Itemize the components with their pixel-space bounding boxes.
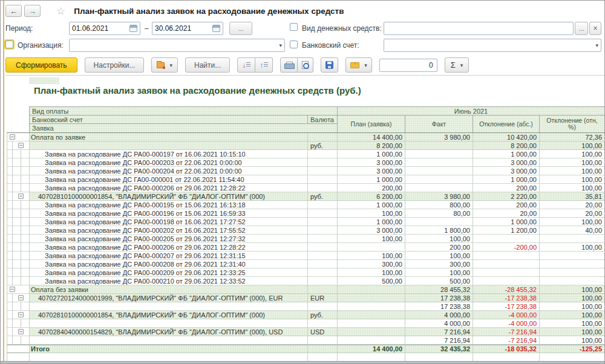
row-fact-cell[interactable] [405,218,473,226]
row-fact-cell[interactable] [405,167,473,175]
row-dev-abs-cell[interactable]: 1 000,00 [473,218,539,226]
report-row[interactable]: −40702810100000001854, "ВЛАДИМИРСКИЙ" ФБ… [7,311,605,319]
row-currency-cell[interactable] [307,260,337,268]
date-from-input[interactable] [69,22,140,35]
row-name-cell[interactable]: Заявка на расходование ДС РА00-000197 от… [29,150,307,158]
row-dev-rel-cell[interactable] [539,353,605,362]
row-fact-cell[interactable]: 7 216,94 [405,328,473,336]
report-variants-button[interactable]: ▾ [151,57,178,73]
row-currency-cell[interactable]: руб. [307,141,337,150]
row-name-cell[interactable]: Итого [29,345,307,353]
report-row[interactable]: −Оплата по заявке14 400,003 980,0010 420… [7,133,605,141]
row-dev-abs-cell[interactable]: 2 220,00 [473,192,539,201]
report-row[interactable]: −Оплата без заявки28 455,32-28 455,32100… [7,285,605,294]
row-name-cell[interactable]: 40702810100000001854, "ВЛАДИМИРСКИЙ" ФБ … [29,311,307,319]
row-plan-cell[interactable]: 1 000,00 [337,218,405,226]
row-dev-abs-cell[interactable] [473,353,539,362]
row-fact-cell[interactable]: 4 000,00 [405,319,473,328]
row-fact-cell[interactable]: 80,00 [405,209,473,218]
row-dev-abs-cell[interactable]: 1 200,00 [473,226,539,235]
row-currency-cell[interactable] [307,150,337,158]
row-currency-cell[interactable] [307,167,337,175]
row-plan-cell[interactable]: 3 000,00 [337,158,405,167]
favorites-star-icon[interactable]: ☆ [56,6,65,16]
row-plan-cell[interactable]: 200,00 [337,184,405,192]
report-row[interactable]: Заявка на расходование ДС РА00-000195 от… [7,201,605,209]
row-dev-rel-cell[interactable] [539,268,605,277]
forward-button[interactable]: → [24,5,41,17]
row-currency-cell[interactable] [307,158,337,167]
row-currency-cell[interactable]: USD [307,328,337,336]
row-plan-cell[interactable] [337,336,405,345]
row-fact-cell[interactable] [405,184,473,192]
row-dev-rel-cell[interactable]: 100,00 [539,150,605,158]
row-dev-rel-cell[interactable]: 100,00 [539,243,605,252]
row-currency-cell[interactable] [307,133,337,141]
generate-button[interactable]: Сформировать [5,57,77,73]
row-dev-rel-cell[interactable]: 100,00 [539,336,605,345]
row-dev-abs-cell[interactable]: -7 216,94 [473,328,539,336]
chevron-down-icon[interactable]: ▾ [593,42,598,48]
row-dev-rel-cell[interactable]: 100,00 [539,285,605,294]
row-dev-rel-cell[interactable]: 100,00 [539,158,605,167]
row-dev-abs-cell[interactable]: -7 216,94 [473,336,539,345]
row-dev-abs-cell[interactable]: 10 420,00 [473,133,539,141]
row-dev-abs-cell[interactable]: 20,00 [473,209,539,218]
collapse-icon[interactable]: − [18,193,24,199]
row-fact-cell[interactable] [405,158,473,167]
row-fact-cell[interactable]: 200,00 [405,243,473,252]
row-dev-abs-cell[interactable] [473,268,539,277]
row-plan-cell[interactable]: 300,00 [337,260,405,268]
row-currency-cell[interactable]: EUR [307,294,337,302]
row-fact-cell[interactable] [405,150,473,158]
bank-account-combo[interactable]: ▾ [384,39,601,52]
row-fact-cell[interactable]: 7 216,94 [405,336,473,345]
row-plan-cell[interactable] [337,319,405,328]
row-plan-cell[interactable] [337,243,405,252]
row-currency-cell[interactable] [307,345,337,353]
collapse-all-button[interactable]: ↓ [237,57,255,73]
cash-kind-select-button[interactable]: ... [575,22,588,35]
row-dev-rel-cell[interactable] [539,235,605,243]
chevron-down-icon[interactable]: ▾ [458,62,463,68]
row-dev-abs-cell[interactable]: -17 238,38 [473,294,539,302]
cash-kind-checkbox[interactable] [290,23,298,31]
row-currency-cell[interactable] [307,235,337,243]
row-dev-rel-cell[interactable]: 100,00 [539,175,605,184]
row-dev-abs-cell[interactable] [473,277,539,285]
row-currency-cell[interactable] [307,175,337,184]
row-fact-cell[interactable]: 17 238,38 [405,294,473,302]
row-dev-abs-cell[interactable]: -28 455,32 [473,285,539,294]
row-name-cell[interactable]: Заявка на расходование ДС РА00-000206 от… [29,184,307,192]
row-plan-cell[interactable]: 100,00 [337,252,405,260]
chevron-down-icon[interactable]: ▾ [167,62,172,68]
cash-kind-value[interactable] [387,24,571,33]
bank-account-value[interactable] [387,41,593,50]
row-dev-rel-cell[interactable]: 100,00 [539,184,605,192]
row-dev-rel-cell[interactable]: 72,36 [539,133,605,141]
row-fact-cell[interactable] [405,175,473,184]
row-name-cell[interactable] [29,319,307,328]
row-plan-cell[interactable]: 100,00 [337,235,405,243]
save-button[interactable] [321,57,338,73]
row-name-cell[interactable]: Заявка на расходование ДС РА00-000204 от… [29,167,307,175]
row-plan-cell[interactable] [337,328,405,336]
collapse-icon[interactable]: − [18,312,24,317]
row-plan-cell[interactable]: 1 000,00 [337,201,405,209]
row-name-cell[interactable]: Заявка на расходование ДС РА00-000196 от… [29,209,307,218]
row-plan-cell[interactable]: 3 000,00 [337,167,405,175]
report-row[interactable]: Заявка на расходование ДС РА00-000204 от… [7,167,605,175]
row-plan-cell[interactable]: 8 200,00 [337,141,405,150]
row-plan-cell[interactable]: 100,00 [337,209,405,218]
row-currency-cell[interactable] [307,353,337,362]
report-row[interactable]: 17 238,38-17 238,38100,00 [7,302,605,311]
collapse-icon[interactable]: − [10,134,15,140]
calendar-icon[interactable] [129,25,137,32]
row-name-cell[interactable]: Заявка на расходование ДС РА00-000209 от… [29,268,307,277]
row-dev-abs-cell[interactable]: 8 200,00 [473,141,539,150]
row-fact-cell[interactable]: 3 980,00 [405,133,473,141]
row-fact-cell[interactable]: 300,00 [405,260,473,268]
row-name-cell[interactable]: Заявка на расходование ДС РА00-000202 от… [29,226,307,235]
row-dev-abs-cell[interactable]: -200,00 [473,243,539,252]
calendar-icon[interactable] [212,25,220,32]
